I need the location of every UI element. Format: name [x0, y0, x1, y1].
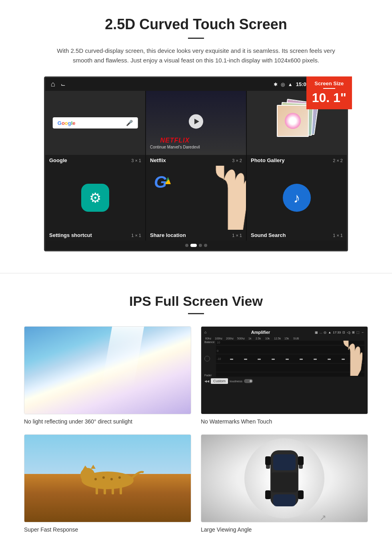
google-search-bar[interactable]: Google 🎤 — [53, 117, 138, 128]
amp-loudness-toggle[interactable] — [244, 379, 253, 383]
sunlight-image — [24, 327, 191, 414]
pagination-dots — [45, 241, 347, 250]
app-top-row: Google 🎤 — [45, 91, 347, 155]
gallery-app-size: 2 × 2 — [333, 158, 343, 163]
home-icon[interactable]: ⌂ — [51, 80, 55, 88]
svg-rect-11 — [120, 486, 122, 494]
svg-point-4 — [94, 478, 97, 480]
usb-icon: ⌙ — [61, 81, 66, 88]
flower-image — [285, 113, 301, 129]
section1-title: 2.5D Curved Touch Screen — [24, 16, 368, 33]
section2-title: IPS Full Screen View — [24, 293, 368, 309]
sound-cell-inner: ♪ — [247, 166, 347, 230]
netflix-label-cell: Netflix 3 × 2 — [146, 155, 246, 166]
netflix-app-size: 3 × 2 — [232, 158, 242, 163]
ips-grid: No light reflecting under 360° direct su… — [24, 326, 368, 533]
ips-caption-cheetah: Super Fast Response — [24, 526, 191, 533]
dot-1[interactable] — [185, 244, 188, 247]
section-divider — [0, 273, 392, 273]
settings-app-size: 1 × 1 — [131, 233, 141, 238]
ips-item-sunlight: No light reflecting under 360° direct su… — [24, 326, 191, 425]
share-app-size: 1 × 1 — [232, 233, 242, 238]
svg-rect-19 — [298, 456, 304, 465]
settings-icon-bg: ⚙ — [81, 184, 109, 212]
section-curved-touch: 2.5D Curved Touch Screen With 2.5D curve… — [0, 0, 392, 265]
amp-sliders — [224, 341, 364, 377]
maps-icon: G — [154, 174, 167, 191]
google-app-cell[interactable]: Google 🎤 — [45, 91, 145, 155]
svg-rect-8 — [96, 486, 98, 494]
svg-point-6 — [110, 478, 113, 480]
finger-hand — [196, 166, 246, 230]
amp-bar-chart: 10 0 -10 — [216, 341, 364, 377]
ips-image-sunlight — [24, 326, 191, 414]
ips-item-car: ↗ Large Viewing Angle — [201, 434, 368, 533]
share-label-cell: Share location 1 × 1 — [146, 230, 246, 241]
dot-2-active[interactable] — [190, 244, 197, 247]
google-app-size: 3 × 1 — [131, 158, 141, 163]
svg-rect-9 — [104, 486, 106, 494]
amp-back-btn[interactable]: ◀◀ — [204, 379, 209, 383]
badge-size: 10. 1" — [312, 90, 346, 105]
sound-label-cell: Sound Search 1 × 1 — [247, 230, 347, 241]
svg-marker-3 — [91, 465, 96, 469]
sound-app-name: Sound Search — [251, 232, 286, 238]
netflix-bg: NETFLIX Continue Marvel's Daredevil — [146, 91, 246, 155]
gallery-app-name: Photo Gallery — [251, 157, 285, 163]
amp-title: Amplifier — [251, 330, 270, 335]
settings-app-cell[interactable]: ⚙ — [45, 166, 145, 230]
car-direction-arrow: ↗ — [320, 513, 326, 522]
netflix-app-name: Netflix — [150, 157, 166, 163]
svg-rect-18 — [265, 456, 271, 465]
settings-cell-inner: ⚙ — [45, 166, 145, 230]
settings-app-name: Settings shortcut — [49, 232, 92, 238]
tablet-screen: ⌂ ⌙ ✱ ◎ ▲ 15:06 ⊡ ◁) — [44, 76, 348, 251]
mic-icon[interactable]: 🎤 — [126, 120, 133, 126]
google-cell-inner: Google 🎤 — [45, 91, 145, 155]
badge-divider — [323, 88, 335, 89]
amp-header: ⌂ Amplifier ▦...◎▲ 17:33 ⊡◁)⊠⬚← — [204, 330, 364, 335]
dot-3[interactable] — [199, 244, 202, 247]
status-bar: ⌂ ⌙ ✱ ◎ ▲ 15:06 ⊡ ◁) — [45, 78, 347, 91]
amplifier-screen: ⌂ Amplifier ▦...◎▲ 17:33 ⊡◁)⊠⬚← 60hz 100… — [201, 327, 368, 414]
sound-search-cell[interactable]: ♪ — [247, 166, 347, 230]
ips-image-cheetah — [24, 434, 191, 522]
google-label-cell: Google 3 × 1 — [45, 155, 145, 166]
dot-4[interactable] — [204, 244, 207, 247]
amp-knob[interactable] — [204, 356, 210, 361]
ips-caption-sunlight: No light reflecting under 360° direct su… — [24, 418, 191, 425]
netflix-app-cell[interactable]: NETFLIX Continue Marvel's Daredevil — [146, 91, 246, 155]
svg-point-5 — [102, 476, 105, 479]
svg-rect-14 — [272, 472, 297, 492]
google-logo: Google — [58, 120, 76, 126]
netflix-play-button[interactable] — [189, 114, 203, 128]
netflix-subtitle: Continue Marvel's Daredevil — [150, 145, 200, 149]
share-cell-inner: G — [146, 166, 246, 230]
amp-custom-button[interactable]: Custom — [211, 378, 228, 384]
amp-freq-labels: 60hz 100hz 200hz 500hz 1k 2.5k 10k 12.5k… — [204, 337, 364, 340]
svg-point-1 — [80, 468, 95, 482]
amp-y-labels: Balance Fader — [204, 341, 215, 377]
music-icon-bg: ♪ — [283, 184, 311, 212]
section2-title-divider — [188, 313, 204, 314]
app-bottom-row: ⚙ G — [45, 166, 347, 230]
ips-caption-amplifier: No Watermarks When Touch — [201, 418, 368, 425]
gallery-card-3 — [277, 105, 309, 137]
amp-balance-label: Balance — [204, 341, 214, 343]
svg-marker-2 — [83, 466, 88, 470]
netflix-logo-text: NETFLIX — [150, 137, 200, 144]
share-location-cell[interactable]: G — [146, 166, 246, 230]
gear-icon: ⚙ — [89, 190, 101, 206]
svg-rect-15 — [273, 494, 296, 506]
google-app-name: Google — [49, 157, 67, 163]
amp-icons: ▦...◎▲ 17:33 ⊡◁)⊠⬚← — [315, 331, 364, 334]
status-bar-left: ⌂ ⌙ — [51, 80, 66, 88]
sound-app-size: 1 × 1 — [333, 233, 343, 238]
ips-image-car: ↗ — [201, 434, 368, 522]
bluetooth-icon: ✱ — [274, 82, 278, 87]
music-note-icon: ♪ — [294, 190, 300, 206]
cheetah-silhouette — [68, 458, 148, 496]
car-image: ↗ — [201, 435, 368, 522]
amp-controls: ◀◀ Custom loudness — [204, 378, 364, 384]
section-ips: IPS Full Screen View No light reflecting… — [0, 281, 392, 549]
